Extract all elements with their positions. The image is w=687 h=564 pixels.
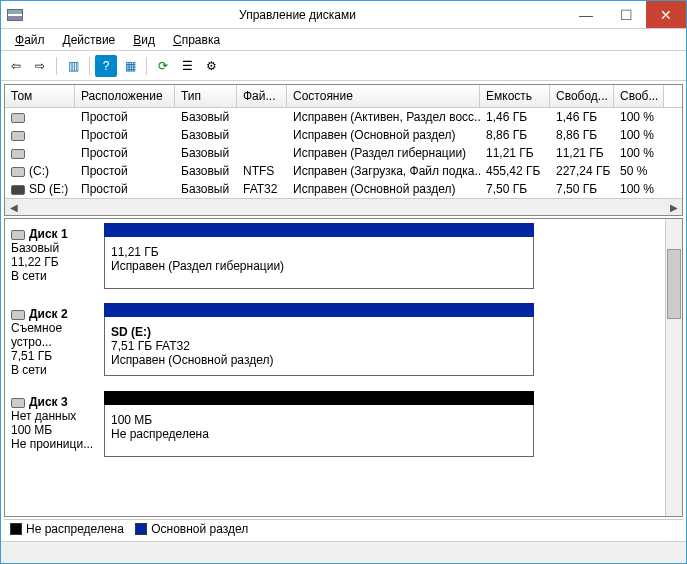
toolbar-separator xyxy=(89,57,90,75)
refresh-button[interactable]: ⟳ xyxy=(152,55,174,77)
menu-help[interactable]: Справка xyxy=(165,31,228,49)
status-bar xyxy=(1,541,686,563)
scroll-right-icon[interactable]: ▶ xyxy=(665,199,682,215)
disk-block: Диск 2Съемное устро...7,51 ГБВ сетиSD (E… xyxy=(9,303,661,381)
volume-row[interactable]: (C:)ПростойБазовыйNTFSИсправен (Загрузка… xyxy=(5,162,682,180)
disk-partitions: 11,21 ГБИсправен (Раздел гибернации) xyxy=(104,223,534,293)
menu-bar: Файл Действие Вид Справка xyxy=(1,29,686,51)
disk-icon xyxy=(11,131,25,141)
disk-partitions: SD (E:)7,51 ГБ FAT32Исправен (Основной р… xyxy=(104,303,534,381)
legend-primary-label: Основной раздел xyxy=(151,522,248,536)
menu-file-label: айл xyxy=(24,33,44,47)
legend-swatch-primary xyxy=(135,523,147,535)
close-button[interactable]: ✕ xyxy=(646,1,686,28)
disk-block: Диск 3Нет данных100 МБНе проиници...100 … xyxy=(9,391,661,461)
col-volume[interactable]: Том xyxy=(5,85,75,107)
col-type[interactable]: Тип xyxy=(175,85,237,107)
properties-button[interactable]: ☰ xyxy=(176,55,198,77)
col-filesystem[interactable]: Фай... xyxy=(237,85,287,107)
forward-button[interactable]: ⇨ xyxy=(29,55,51,77)
disk-icon xyxy=(11,230,25,240)
col-capacity[interactable]: Емкость xyxy=(480,85,550,107)
legend-bar: Не распределена Основной раздел xyxy=(4,519,683,538)
menu-help-label: правка xyxy=(182,33,220,47)
volume-row[interactable]: ПростойБазовыйИсправен (Основной раздел)… xyxy=(5,126,682,144)
disk-icon xyxy=(11,149,25,159)
scroll-left-icon[interactable]: ◀ xyxy=(5,199,22,215)
settings-button[interactable]: ⚙ xyxy=(200,55,222,77)
toolbar: ⇦ ⇨ ▥ ? ▦ ⟳ ☰ ⚙ xyxy=(1,51,686,81)
menu-action-label: ействие xyxy=(71,33,116,47)
vertical-scrollbar[interactable] xyxy=(665,219,682,516)
window-title: Управление дисками xyxy=(29,8,566,22)
volume-list: Том Расположение Тип Фай... Состояние Ем… xyxy=(4,84,683,216)
disk-icon xyxy=(11,113,25,123)
title-bar: Управление дисками — ☐ ✕ xyxy=(1,1,686,29)
horizontal-scrollbar[interactable]: ◀ ▶ xyxy=(5,198,682,215)
partition-body[interactable]: 100 МБНе распределена xyxy=(104,405,534,457)
toolbar-separator xyxy=(146,57,147,75)
app-icon xyxy=(7,9,23,21)
partition-header xyxy=(104,223,534,237)
view-large-button[interactable]: ▥ xyxy=(62,55,84,77)
disk-icon xyxy=(11,185,25,195)
col-status[interactable]: Состояние xyxy=(287,85,480,107)
partition-body[interactable]: 11,21 ГБИсправен (Раздел гибернации) xyxy=(104,237,534,289)
legend-swatch-unallocated xyxy=(10,523,22,535)
col-free[interactable]: Свобод... xyxy=(550,85,614,107)
volume-rows: ПростойБазовыйИсправен (Активен, Раздел … xyxy=(5,108,682,198)
volume-row[interactable]: ПростойБазовыйИсправен (Раздел гибернаци… xyxy=(5,144,682,162)
disk-block: Диск 1Базовый11,22 ГБВ сети11,21 ГБИспра… xyxy=(9,223,661,293)
view-list-button[interactable]: ▦ xyxy=(119,55,141,77)
disk-label[interactable]: Диск 3Нет данных100 МБНе проиници... xyxy=(9,391,104,461)
legend-unallocated-label: Не распределена xyxy=(26,522,124,536)
menu-view-label: ид xyxy=(141,33,155,47)
disk-icon xyxy=(11,310,25,320)
col-location[interactable]: Расположение xyxy=(75,85,175,107)
volume-row[interactable]: SD (E:)ПростойБазовыйFAT32Исправен (Осно… xyxy=(5,180,682,198)
menu-action[interactable]: Действие xyxy=(55,31,124,49)
scrollbar-thumb[interactable] xyxy=(667,249,681,319)
volume-list-header: Том Расположение Тип Фай... Состояние Ем… xyxy=(5,85,682,108)
volume-row[interactable]: ПростойБазовыйИсправен (Активен, Раздел … xyxy=(5,108,682,126)
partition-header xyxy=(104,391,534,405)
menu-view[interactable]: Вид xyxy=(125,31,163,49)
content-area: Том Расположение Тип Фай... Состояние Ем… xyxy=(1,81,686,541)
minimize-button[interactable]: — xyxy=(566,1,606,28)
col-free-pct[interactable]: Своб... xyxy=(614,85,664,107)
disk-graphic-view: Диск 1Базовый11,22 ГБВ сети11,21 ГБИспра… xyxy=(4,218,683,517)
disk-icon xyxy=(11,167,25,177)
back-button[interactable]: ⇦ xyxy=(5,55,27,77)
toolbar-separator xyxy=(56,57,57,75)
disk-label[interactable]: Диск 1Базовый11,22 ГБВ сети xyxy=(9,223,104,293)
partition-header xyxy=(104,303,534,317)
disk-graphic-body: Диск 1Базовый11,22 ГБВ сети11,21 ГБИспра… xyxy=(5,219,665,516)
window-controls: — ☐ ✕ xyxy=(566,1,686,28)
disk-label[interactable]: Диск 2Съемное устро...7,51 ГБВ сети xyxy=(9,303,104,381)
menu-file[interactable]: Файл xyxy=(7,31,53,49)
disk-icon xyxy=(11,398,25,408)
disk-partitions: 100 МБНе распределена xyxy=(104,391,534,461)
partition-body[interactable]: SD (E:)7,51 ГБ FAT32Исправен (Основной р… xyxy=(104,317,534,376)
maximize-button[interactable]: ☐ xyxy=(606,1,646,28)
help-button[interactable]: ? xyxy=(95,55,117,77)
